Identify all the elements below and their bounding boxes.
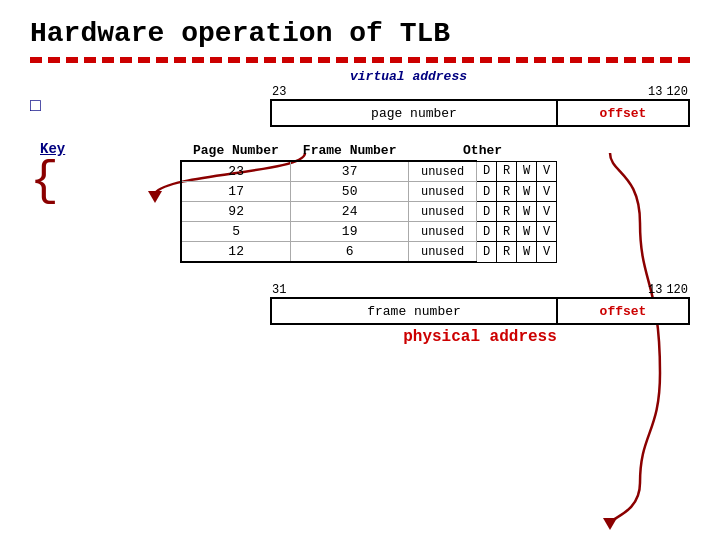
table-row: 1750unusedDRWV [181,182,557,202]
page-num-cell: 5 [181,222,291,242]
unused-cell: unused [408,242,476,263]
V-bit-cell: V [537,242,557,263]
frame-number-cell: frame number [272,299,558,323]
page-num-cell: 17 [181,182,291,202]
frame-num-cell: 19 [291,222,409,242]
pa-numbers: 31 13 12 0 [270,283,690,297]
pa-offset-cell: offset [558,299,688,323]
R-bit-cell: R [497,182,517,202]
frame-num-cell: 50 [291,182,409,202]
R-bit-cell: R [497,202,517,222]
R-bit-cell: R [497,161,517,182]
unused-cell: unused [408,222,476,242]
pa-num-left: 31 [272,283,286,297]
table-row: 126unusedDRWV [181,242,557,263]
page-title: Hardware operation of TLB [0,0,720,57]
va-num-right: 0 [681,85,688,99]
D-bit-cell: D [477,182,497,202]
va-num-mid-left: 13 [286,85,662,99]
W-bit-cell: W [517,242,537,263]
bullet-point: □ [30,96,41,116]
unused-cell: unused [408,161,476,182]
V-bit-cell: V [537,161,557,182]
D-bit-cell: D [477,202,497,222]
W-bit-cell: W [517,161,537,182]
virtual-address-label: virtual address [350,69,467,84]
page-num-cell: 92 [181,202,291,222]
unused-cell: unused [408,202,476,222]
table-row: 2337unusedDRWV [181,161,557,182]
D-bit-cell: D [477,222,497,242]
page-number-cell: page number [272,101,558,125]
frame-num-cell: 6 [291,242,409,263]
tlb-table: Page Number Frame Number Other 2337unuse… [180,141,557,263]
col-header-frame: Frame Number [291,141,409,161]
W-bit-cell: W [517,222,537,242]
D-bit-cell: D [477,161,497,182]
D-bit-cell: D [477,242,497,263]
va-num-left: 23 [272,85,286,99]
physical-address-bar: frame number offset [270,297,690,325]
V-bit-cell: V [537,222,557,242]
unused-cell: unused [408,182,476,202]
pa-num-mid-right: 12 [666,283,680,297]
col-header-page: Page Number [181,141,291,161]
pa-num-mid-left: 13 [286,283,662,297]
page-num-cell: 12 [181,242,291,263]
frame-num-cell: 37 [291,161,409,182]
R-bit-cell: R [497,242,517,263]
svg-marker-1 [603,518,617,530]
W-bit-cell: W [517,182,537,202]
va-num-mid-right: 12 [666,85,680,99]
pa-num-right: 0 [681,283,688,297]
table-row: 9224unusedDRWV [181,202,557,222]
col-header-other: Other [408,141,556,161]
page-num-cell: 23 [181,161,291,182]
R-bit-cell: R [497,222,517,242]
frame-num-cell: 24 [291,202,409,222]
physical-address-label: physical address [270,328,690,346]
va-offset-cell: offset [558,101,688,125]
V-bit-cell: V [537,182,557,202]
table-row: 519unusedDRWV [181,222,557,242]
virtual-address-bar: page number offset [270,99,690,127]
W-bit-cell: W [517,202,537,222]
V-bit-cell: V [537,202,557,222]
